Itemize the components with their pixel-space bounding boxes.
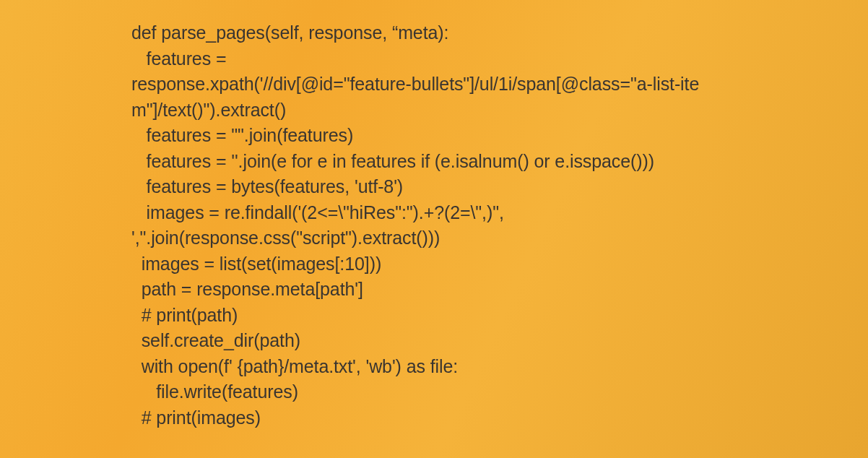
code-line: features = "".join(features) [131, 123, 868, 149]
code-line: m"]/text()").extract() [131, 98, 868, 124]
code-line: self.create_dir(path) [131, 328, 868, 354]
code-line: images = list(set(images[:10])) [131, 251, 868, 277]
code-line: features = bytes(features, 'utf-8') [131, 174, 868, 200]
code-line: features = ''.join(e for e in features i… [131, 149, 868, 175]
code-line: # print(images) [131, 405, 868, 431]
code-line: # print(path) [131, 303, 868, 329]
code-line: path = response.meta[path'] [131, 277, 868, 303]
code-line: response.xpath('//div[@id="feature-bulle… [131, 72, 868, 98]
code-line: ',".join(response.css("script").extract(… [131, 225, 868, 251]
code-line: def parse_pages(self, response, “meta): [131, 20, 868, 46]
code-line: features = [131, 46, 868, 72]
code-line: with open(f' {path}/meta.txt', 'wb') as … [131, 354, 868, 380]
code-line: file.write(features) [131, 379, 868, 405]
code-line: images = re.findall('(2<=\"hiRes":").+?(… [131, 200, 868, 226]
code-block: def parse_pages(self, response, “meta): … [131, 20, 868, 431]
